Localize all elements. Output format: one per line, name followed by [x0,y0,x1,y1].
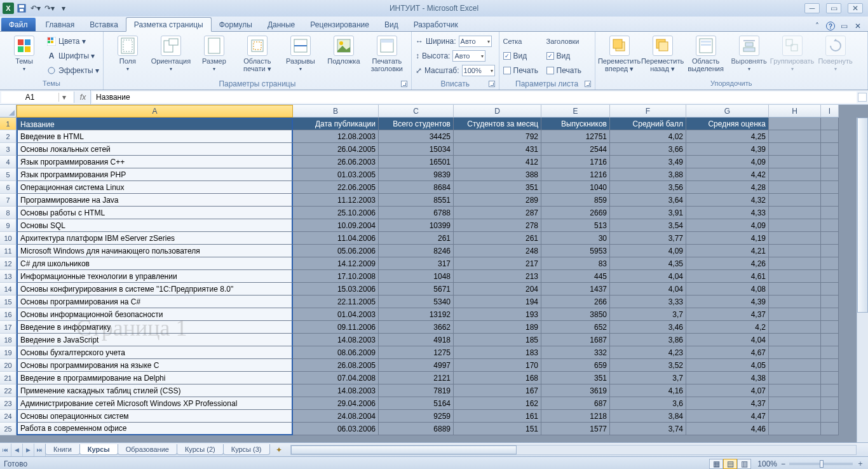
cell-8-A[interactable]: Основы работы с HTML [17,207,293,219]
name-box-input[interactable] [1,93,58,102]
margins-button[interactable]: Поля▾ [107,33,148,72]
cell-3-E[interactable]: 2544 [541,143,610,156]
cell-1-I[interactable] [821,118,839,130]
help-icon[interactable]: ? [826,22,835,31]
view-pagebreak-icon[interactable]: ▥ [737,459,751,469]
cell-11-B[interactable]: 05.06.2006 [293,245,379,257]
cell-12-D[interactable]: 217 [454,257,541,270]
cell-4-E[interactable]: 1716 [541,156,610,168]
cell-9-C[interactable]: 10399 [379,219,454,232]
cell-9-F[interactable]: 3,54 [610,219,686,232]
cell-11-H[interactable] [769,245,821,257]
cell-9-A[interactable]: Основы SQL [17,219,293,232]
row-header-13[interactable]: 13 [0,270,17,283]
col-header-H[interactable]: H [769,105,821,118]
cell-8-D[interactable]: 287 [454,207,541,219]
cell-1-G[interactable]: Средняя оценка [686,118,769,130]
cell-4-C[interactable]: 16501 [379,156,454,168]
row-header-8[interactable]: 8 [0,207,17,219]
theme-colors-button[interactable]: Цвета ▾ [47,34,99,48]
cell-3-C[interactable]: 15034 [379,143,454,156]
cell-6-B[interactable]: 22.06.2005 [293,181,379,194]
cell-4-B[interactable]: 26.06.2003 [293,156,379,168]
tab-0[interactable]: Главная [38,18,83,31]
sheet-tab-1[interactable]: Курсы [79,444,118,455]
cell-1-B[interactable]: Дата публикации [293,118,379,130]
row-header-15[interactable]: 15 [0,296,17,308]
cell-4-H[interactable] [769,156,821,168]
cell-18-C[interactable]: 4918 [379,334,454,346]
horizontal-scrollbar[interactable] [290,445,857,455]
fit-scale-input[interactable]: 100% [462,65,495,76]
cell-9-D[interactable]: 278 [454,219,541,232]
print-titles-button[interactable]: Печатать заголовки [367,33,407,72]
cell-22-F[interactable]: 4,16 [610,384,686,397]
bring-forward-button[interactable]: Переместить вперед ▾ [599,33,640,72]
cell-13-C[interactable]: 1048 [379,270,454,283]
cell-22-I[interactable] [821,384,839,397]
fit-width-select[interactable]: Авто [459,36,492,47]
scale-dialog-icon[interactable] [489,81,495,87]
cell-13-H[interactable] [769,270,821,283]
cell-24-G[interactable]: 4,47 [686,410,769,423]
cell-18-E[interactable]: 1687 [541,334,610,346]
cell-21-F[interactable]: 3,7 [610,372,686,384]
cell-2-D[interactable]: 792 [454,130,541,143]
cell-4-G[interactable]: 4,09 [686,156,769,168]
window-close2-icon[interactable]: ✕ [853,21,863,31]
sheetopts-dialog-icon[interactable] [585,81,591,87]
cell-2-H[interactable] [769,130,821,143]
cell-21-I[interactable] [821,372,839,384]
cell-25-A[interactable]: Работа в современном офисе [17,423,293,435]
cell-1-D[interactable]: Студентов за месяц [454,118,541,130]
col-header-F[interactable]: F [610,105,686,118]
cell-13-E[interactable]: 445 [541,270,610,283]
cell-24-C[interactable]: 9259 [379,410,454,423]
cell-16-C[interactable]: 13192 [379,308,454,321]
zoom-slider[interactable] [789,463,853,465]
row-header-22[interactable]: 22 [0,384,17,397]
cell-13-B[interactable]: 17.10.2008 [293,270,379,283]
cell-3-F[interactable]: 3,66 [610,143,686,156]
fx-icon[interactable]: fх [76,90,91,104]
undo-icon[interactable]: ↶▾ [29,2,42,15]
cell-6-C[interactable]: 8684 [379,181,454,194]
cell-2-F[interactable]: 4,02 [610,130,686,143]
cell-10-G[interactable]: 4,19 [686,232,769,245]
cell-20-G[interactable]: 4,05 [686,359,769,372]
cell-25-G[interactable]: 4,46 [686,423,769,435]
cell-24-H[interactable] [769,410,821,423]
cell-16-B[interactable]: 01.04.2003 [293,308,379,321]
cell-1-A[interactable]: Название [17,118,293,130]
cell-25-E[interactable]: 1577 [541,423,610,435]
cell-15-I[interactable] [821,296,839,308]
cell-15-C[interactable]: 5340 [379,296,454,308]
theme-effects-button[interactable]: Эффекты ▾ [47,64,99,78]
cell-11-G[interactable]: 4,21 [686,245,769,257]
row-header-12[interactable]: 12 [0,257,17,270]
rotate-button[interactable]: Повернуть▾ [815,33,856,72]
align-button[interactable]: Выровнять▾ [729,33,770,72]
cell-8-B[interactable]: 25.10.2006 [293,207,379,219]
cell-25-B[interactable]: 06.03.2006 [293,423,379,435]
qat-customize-icon[interactable]: ▾ [57,2,70,15]
row-header-17[interactable]: 17 [0,321,17,334]
zoom-in-icon[interactable]: ＋ [857,458,864,469]
cell-24-D[interactable]: 161 [454,410,541,423]
cell-17-B[interactable]: 09.11.2006 [293,321,379,334]
col-header-I[interactable]: I [821,105,839,118]
save-icon[interactable] [15,2,28,15]
cell-8-H[interactable] [769,207,821,219]
cell-23-G[interactable]: 4,37 [686,397,769,410]
cell-19-H[interactable] [769,346,821,359]
fit-height-select[interactable]: Авто [452,50,485,62]
cell-7-F[interactable]: 3,64 [610,194,686,207]
col-header-D[interactable]: D [454,105,541,118]
cell-12-B[interactable]: 14.12.2009 [293,257,379,270]
cell-14-H[interactable] [769,283,821,296]
cell-3-I[interactable] [821,143,839,156]
redo-icon[interactable]: ↷▾ [43,2,56,15]
sheet-tab-0[interactable]: Книги [45,444,80,455]
select-all-corner[interactable] [0,105,17,118]
cell-20-A[interactable]: Основы программирования на языке C [17,359,293,372]
